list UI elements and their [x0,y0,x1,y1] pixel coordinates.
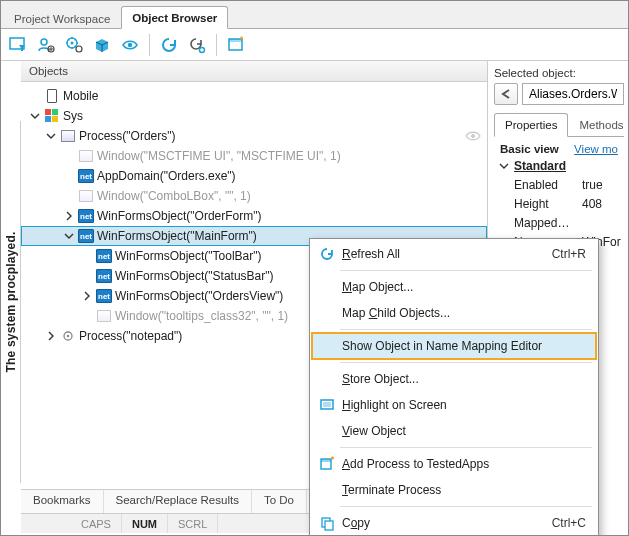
menu-view-object[interactable]: View Object [312,418,596,444]
svg-point-7 [200,47,205,52]
svg-rect-10 [45,109,51,115]
tree-node-combolbox[interactable]: Window("ComboLBox", "", 1) [21,186,487,206]
svg-point-14 [471,134,475,138]
svg-rect-9 [229,39,242,42]
filter-package-icon[interactable] [89,32,115,58]
svg-point-16 [67,335,70,338]
status-caps: CAPS [71,514,122,533]
menu-store-object[interactable]: Store Object... [312,366,596,392]
visible-icon [465,130,481,142]
top-tab-bar: Project Workspace Object Browser [1,1,628,29]
menu-copy[interactable]: Copy Ctrl+C [312,510,596,536]
view-more-link[interactable]: View mo [574,143,618,155]
status-num: NUM [122,514,168,533]
menu-terminate-process[interactable]: Terminate Process [312,477,596,503]
chevron-down-icon[interactable] [29,110,41,122]
chevron-down-icon[interactable] [63,230,75,242]
svg-point-4 [71,41,74,44]
basic-view-label: Basic view [500,143,559,155]
refresh-icon [316,246,338,262]
menu-highlight-on-screen[interactable]: Highlight on Screen [312,392,596,418]
chevron-right-icon[interactable] [45,330,57,342]
filter-user-icon[interactable] [33,32,59,58]
dotnet-icon: net [96,248,112,264]
svg-rect-13 [52,116,58,122]
sys-icon [44,108,60,124]
prop-row[interactable]: Enabledtrue [496,175,622,194]
menu-map-child-objects[interactable]: Map Child Objects... [312,300,596,326]
chevron-down-icon[interactable] [45,130,57,142]
shortcut-label: Ctrl+R [552,247,586,261]
tree-node-process-orders[interactable]: Process("Orders") [21,126,487,146]
filter-window-icon[interactable] [5,32,31,58]
dotnet-icon: net [96,268,112,284]
tree-node-msctf[interactable]: Window("MSCTFIME UI", "MSCTFIME UI", 1) [21,146,487,166]
tree-node-sys[interactable]: Sys [21,106,487,126]
window-icon [78,148,94,164]
tab-search-replace[interactable]: Search/Replace Results [104,490,252,513]
property-grid: Standard Enabledtrue Height408 MappedNam… [494,157,624,251]
svg-rect-11 [52,109,58,115]
tab-todo[interactable]: To Do [252,490,307,513]
shortcut-label: Ctrl+C [552,516,586,530]
rotated-label: The system procplayed. [1,121,21,483]
prop-row[interactable]: MappedName [496,213,622,232]
svg-point-5 [76,46,82,52]
prop-row[interactable]: Height408 [496,194,622,213]
svg-point-6 [128,42,132,46]
filter-settings-icon[interactable] [61,32,87,58]
dotnet-icon: net [78,228,94,244]
dotnet-icon: net [78,168,94,184]
back-button[interactable] [494,83,518,105]
dotnet-icon: net [78,208,94,224]
menu-map-object[interactable]: Map Object... [312,274,596,300]
svg-point-1 [41,39,47,45]
panel-title: Objects [21,61,487,82]
menu-refresh-all[interactable]: Refresh All Ctrl+R [312,241,596,267]
mobile-icon [44,88,60,104]
tab-properties[interactable]: Properties [494,113,568,137]
menu-add-process[interactable]: Add Process to TestedApps [312,451,596,477]
svg-rect-18 [323,402,331,407]
status-scrl: SCRL [168,514,218,533]
copy-icon [316,516,338,531]
dotnet-icon: net [96,288,112,304]
tab-project-workspace[interactable]: Project Workspace [3,7,121,29]
chevron-right-icon[interactable] [63,210,75,222]
process-icon [60,328,76,344]
process-icon [60,128,76,144]
selected-object-label: Selected object: [494,67,624,79]
svg-rect-20 [321,459,331,462]
context-menu: Refresh All Ctrl+R Map Object... Map Chi… [309,238,599,536]
menu-show-in-name-mapping[interactable]: Show Object in Name Mapping Editor [312,333,596,359]
svg-rect-12 [45,116,51,122]
new-window-icon[interactable] [223,32,249,58]
chevron-right-icon[interactable] [81,290,93,302]
window-icon [78,188,94,204]
filter-eye-icon[interactable] [117,32,143,58]
tab-bookmarks[interactable]: Bookmarks [21,490,104,513]
add-process-icon [316,456,338,472]
highlight-icon [316,398,338,412]
svg-rect-22 [325,521,333,530]
tree-node-appdomain[interactable]: net AppDomain("Orders.exe") [21,166,487,186]
tab-object-browser[interactable]: Object Browser [121,6,228,29]
refresh-settings-icon[interactable] [184,32,210,58]
tree-node-orderform[interactable]: net WinFormsObject("OrderForm") [21,206,487,226]
tab-methods[interactable]: Methods [568,113,628,136]
window-icon [96,308,112,324]
toolbar [1,29,628,61]
refresh-icon[interactable] [156,32,182,58]
chevron-down-icon[interactable] [498,160,510,172]
selected-object-input[interactable] [522,83,624,105]
tree-node-mobile[interactable]: Mobile [21,86,487,106]
group-standard[interactable]: Standard [514,159,566,173]
